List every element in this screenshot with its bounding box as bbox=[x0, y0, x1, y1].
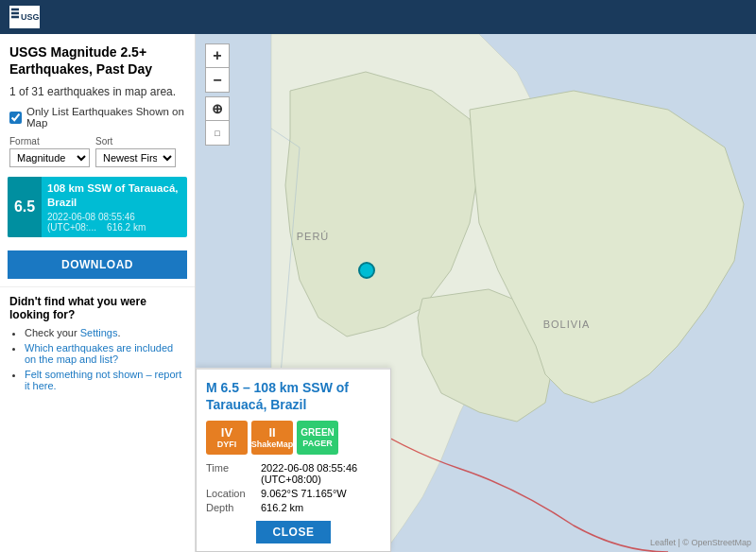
reset-button[interactable]: □ bbox=[205, 121, 230, 146]
time-value: 2022-06-08 08:55:46 (UTC+08:00) bbox=[261, 462, 381, 485]
earthquake-count: 1 of 31 earthquakes in map area. bbox=[0, 81, 195, 102]
dyfi-badge: IV DYFI bbox=[206, 421, 248, 455]
only-map-label[interactable]: Only List Earthquakes Shown on Map bbox=[26, 106, 185, 129]
popup-location-row: Location 9.062°S 71.165°W bbox=[206, 488, 381, 499]
pager-level: GREEN bbox=[301, 427, 335, 439]
list-item: Which earthquakes are included on the ma… bbox=[25, 342, 185, 365]
sort-group: Sort Newest First Oldest First Largest F… bbox=[95, 136, 176, 167]
format-select[interactable]: Magnitude Depth Date-Time bbox=[9, 148, 90, 167]
layout: USGS Magnitude 2.5+ Earthquakes, Past Da… bbox=[0, 34, 756, 552]
location-label: Location bbox=[206, 488, 255, 499]
popup-time-row: Time 2022-06-08 08:55:46 (UTC+08:00) bbox=[206, 462, 381, 485]
only-map-checkbox[interactable] bbox=[9, 112, 22, 124]
depth-value: 616.2 km bbox=[261, 502, 303, 513]
report-link[interactable]: Felt something not shown – report it her… bbox=[25, 369, 181, 391]
page-title: USGS Magnitude 2.5+ Earthquakes, Past Da… bbox=[0, 34, 195, 81]
filter-row: Format Magnitude Depth Date-Time Sort Ne… bbox=[0, 132, 195, 171]
shakemap-label: ShakeMap bbox=[251, 440, 294, 450]
earthquakes-included-link[interactable]: Which earthquakes are included on the ma… bbox=[25, 342, 173, 365]
popup-badges: IV DYFI II ShakeMap GREEN PAGER bbox=[206, 421, 381, 455]
list-item: Check your Settings. bbox=[25, 327, 185, 338]
map-attribution: Leaflet | © OpenStreetMap bbox=[650, 538, 751, 547]
close-button[interactable]: CLOSE bbox=[256, 521, 332, 543]
popup-depth-row: Depth 616.2 km bbox=[206, 502, 381, 513]
earthquake-meta: 2022-06-08 08:55:46 (UTC+08:... 616.2 km bbox=[47, 212, 181, 233]
usgs-logo-icon: USGS bbox=[9, 6, 40, 28]
dyfi-label: DYFI bbox=[217, 440, 237, 450]
format-label: Format bbox=[9, 136, 90, 147]
pager-label: PAGER bbox=[302, 439, 332, 449]
sort-select[interactable]: Newest First Oldest First Largest First … bbox=[95, 148, 176, 167]
popup-details: Time 2022-06-08 08:55:46 (UTC+08:00) Loc… bbox=[206, 462, 381, 513]
earthquake-popup: M 6.5 – 108 km SSW of Tarauacá, Brazil I… bbox=[196, 368, 391, 552]
zoom-in-button[interactable]: + bbox=[205, 43, 230, 68]
location-value: 9.062°S 71.165°W bbox=[261, 488, 347, 499]
svg-text:USGS: USGS bbox=[21, 12, 40, 22]
map-controls: + − ⊕ □ bbox=[205, 43, 230, 146]
filter-checkbox-row: Only List Earthquakes Shown on Map bbox=[0, 102, 195, 132]
globe-button[interactable]: ⊕ bbox=[205, 96, 230, 121]
earthquake-info: 108 km SSW of Tarauacá, Brazil 2022-06-0… bbox=[42, 177, 187, 237]
help-list: Check your Settings. Which earthquakes a… bbox=[9, 327, 185, 391]
earthquake-dot[interactable] bbox=[358, 262, 375, 279]
pager-badge: GREEN PAGER bbox=[297, 421, 338, 455]
earthquake-name: 108 km SSW of Tarauacá, Brazil bbox=[47, 181, 181, 210]
format-group: Format Magnitude Depth Date-Time bbox=[9, 136, 90, 167]
dyfi-level: IV bbox=[221, 425, 232, 440]
sort-label: Sort bbox=[95, 136, 176, 147]
help-title: Didn't find what you were looking for? bbox=[9, 295, 185, 321]
earthquake-list-item[interactable]: 6.5 108 km SSW of Tarauacá, Brazil 2022-… bbox=[8, 177, 187, 237]
download-button[interactable]: DOWNLOAD bbox=[8, 250, 187, 279]
shakemap-level: II bbox=[268, 425, 275, 440]
popup-title-link[interactable]: M 6.5 – 108 km SSW of Tarauacá, Brazil bbox=[206, 379, 381, 413]
map-area[interactable]: PERÚ BOLIVIA + − ⊕ □ 200 km 100 mi − + L… bbox=[196, 34, 756, 552]
settings-link[interactable]: Settings bbox=[80, 327, 118, 338]
earthquake-magnitude: 6.5 bbox=[8, 177, 42, 237]
header: USGS bbox=[0, 0, 756, 34]
zoom-out-button[interactable]: − bbox=[205, 68, 230, 93]
help-section: Didn't find what you were looking for? C… bbox=[0, 286, 195, 403]
sidebar: USGS Magnitude 2.5+ Earthquakes, Past Da… bbox=[0, 34, 196, 552]
usgs-logo: USGS bbox=[9, 6, 40, 28]
list-item: Felt something not shown – report it her… bbox=[25, 369, 185, 391]
shakemap-badge: II ShakeMap bbox=[251, 421, 293, 455]
time-label: Time bbox=[206, 462, 255, 485]
depth-label: Depth bbox=[206, 502, 255, 513]
